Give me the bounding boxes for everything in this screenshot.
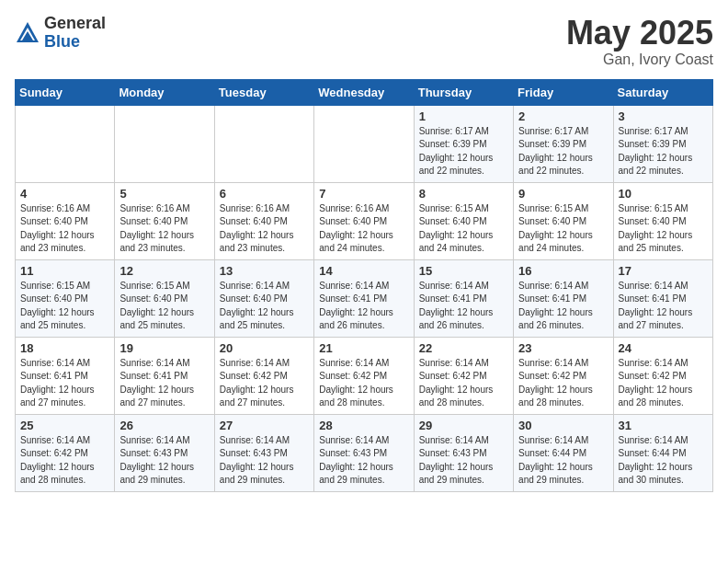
- day-number: 19: [119, 341, 209, 355]
- day-number: 1: [419, 109, 508, 123]
- day-number: 12: [119, 264, 209, 278]
- day-number: 23: [518, 341, 608, 355]
- day-info: Sunrise: 6:14 AM Sunset: 6:41 PM Dayligh…: [419, 280, 508, 333]
- day-info: Sunrise: 6:14 AM Sunset: 6:43 PM Dayligh…: [119, 434, 209, 488]
- day-info: Sunrise: 6:14 AM Sunset: 6:43 PM Dayligh…: [319, 434, 408, 488]
- calendar-cell: 11Sunrise: 6:15 AM Sunset: 6:40 PM Dayli…: [16, 259, 115, 337]
- logo: General Blue: [15, 15, 106, 52]
- day-info: Sunrise: 6:14 AM Sunset: 6:43 PM Dayligh…: [220, 434, 309, 488]
- day-number: 31: [619, 419, 708, 432]
- calendar-cell: 27Sunrise: 6:14 AM Sunset: 6:43 PM Dayli…: [214, 414, 313, 491]
- day-number: 28: [319, 419, 408, 432]
- calendar-cell: [16, 105, 115, 182]
- calendar-week-row: 11Sunrise: 6:15 AM Sunset: 6:40 PM Dayli…: [16, 259, 713, 337]
- day-number: 29: [419, 419, 508, 432]
- day-number: 21: [319, 341, 408, 355]
- day-number: 3: [619, 109, 708, 123]
- day-info: Sunrise: 6:17 AM Sunset: 6:39 PM Dayligh…: [619, 125, 708, 178]
- day-info: Sunrise: 6:14 AM Sunset: 6:42 PM Dayligh…: [518, 357, 608, 410]
- day-info: Sunrise: 6:17 AM Sunset: 6:39 PM Dayligh…: [518, 125, 608, 178]
- calendar-table: Sunday Monday Tuesday Wednesday Thursday…: [15, 79, 713, 492]
- day-info: Sunrise: 6:15 AM Sunset: 6:40 PM Dayligh…: [619, 202, 708, 256]
- day-number: 18: [20, 341, 109, 355]
- calendar-week-row: 18Sunrise: 6:14 AM Sunset: 6:41 PM Dayli…: [16, 337, 713, 414]
- day-info: Sunrise: 6:14 AM Sunset: 6:44 PM Dayligh…: [518, 434, 608, 488]
- calendar-cell: 26Sunrise: 6:14 AM Sunset: 6:43 PM Dayli…: [115, 414, 214, 491]
- page: General Blue May 2025 Gan, Ivory Coast S…: [0, 0, 728, 507]
- day-info: Sunrise: 6:14 AM Sunset: 6:41 PM Dayligh…: [319, 280, 408, 333]
- day-info: Sunrise: 6:14 AM Sunset: 6:42 PM Dayligh…: [619, 357, 708, 410]
- day-info: Sunrise: 6:14 AM Sunset: 6:42 PM Dayligh…: [319, 357, 408, 410]
- logo-icon: [15, 20, 40, 46]
- day-number: 14: [319, 264, 408, 278]
- calendar-cell: 15Sunrise: 6:14 AM Sunset: 6:41 PM Dayli…: [414, 259, 513, 337]
- day-number: 6: [220, 187, 309, 201]
- day-info: Sunrise: 6:15 AM Sunset: 6:40 PM Dayligh…: [518, 202, 608, 256]
- calendar-cell: 14Sunrise: 6:14 AM Sunset: 6:41 PM Dayli…: [314, 259, 414, 337]
- calendar-cell: 16Sunrise: 6:14 AM Sunset: 6:41 PM Dayli…: [514, 259, 613, 337]
- location: Gan, Ivory Coast: [566, 52, 713, 68]
- calendar-cell: 4Sunrise: 6:16 AM Sunset: 6:40 PM Daylig…: [16, 182, 115, 259]
- calendar-cell: 13Sunrise: 6:14 AM Sunset: 6:40 PM Dayli…: [214, 259, 313, 337]
- logo-general-text: General: [44, 15, 106, 33]
- day-info: Sunrise: 6:16 AM Sunset: 6:40 PM Dayligh…: [20, 202, 109, 256]
- day-number: 9: [518, 187, 608, 201]
- day-info: Sunrise: 6:14 AM Sunset: 6:42 PM Dayligh…: [220, 357, 309, 410]
- calendar-cell: 17Sunrise: 6:14 AM Sunset: 6:41 PM Dayli…: [613, 259, 712, 337]
- day-number: 27: [220, 419, 309, 432]
- day-number: 30: [518, 419, 608, 432]
- day-info: Sunrise: 6:16 AM Sunset: 6:40 PM Dayligh…: [220, 202, 309, 256]
- calendar-cell: 9Sunrise: 6:15 AM Sunset: 6:40 PM Daylig…: [514, 182, 613, 259]
- calendar-header-row: Sunday Monday Tuesday Wednesday Thursday…: [16, 79, 713, 105]
- day-number: 26: [119, 419, 209, 432]
- day-info: Sunrise: 6:14 AM Sunset: 6:41 PM Dayligh…: [20, 357, 109, 410]
- day-number: 25: [20, 419, 109, 432]
- calendar-cell: 21Sunrise: 6:14 AM Sunset: 6:42 PM Dayli…: [314, 337, 414, 414]
- day-number: 17: [619, 264, 708, 278]
- col-wednesday: Wednesday: [314, 79, 414, 105]
- calendar-cell: [115, 105, 214, 182]
- logo-blue-text: Blue: [44, 33, 106, 52]
- title-block: May 2025 Gan, Ivory Coast: [566, 15, 713, 68]
- calendar-cell: 5Sunrise: 6:16 AM Sunset: 6:40 PM Daylig…: [115, 182, 214, 259]
- calendar-cell: 10Sunrise: 6:15 AM Sunset: 6:40 PM Dayli…: [613, 182, 712, 259]
- calendar-cell: 25Sunrise: 6:14 AM Sunset: 6:42 PM Dayli…: [16, 414, 115, 491]
- calendar-cell: 29Sunrise: 6:14 AM Sunset: 6:43 PM Dayli…: [414, 414, 513, 491]
- day-info: Sunrise: 6:14 AM Sunset: 6:42 PM Dayligh…: [419, 357, 508, 410]
- calendar-cell: 24Sunrise: 6:14 AM Sunset: 6:42 PM Dayli…: [613, 337, 712, 414]
- day-number: 16: [518, 264, 608, 278]
- day-number: 13: [220, 264, 309, 278]
- calendar-cell: [314, 105, 414, 182]
- day-number: 11: [20, 264, 109, 278]
- calendar-cell: 28Sunrise: 6:14 AM Sunset: 6:43 PM Dayli…: [314, 414, 414, 491]
- day-number: 4: [20, 187, 109, 201]
- calendar-cell: 30Sunrise: 6:14 AM Sunset: 6:44 PM Dayli…: [514, 414, 613, 491]
- calendar-cell: [214, 105, 313, 182]
- col-sunday: Sunday: [16, 79, 115, 105]
- calendar-cell: 1Sunrise: 6:17 AM Sunset: 6:39 PM Daylig…: [414, 105, 513, 182]
- calendar-cell: 22Sunrise: 6:14 AM Sunset: 6:42 PM Dayli…: [414, 337, 513, 414]
- day-info: Sunrise: 6:14 AM Sunset: 6:42 PM Dayligh…: [20, 434, 109, 488]
- calendar-week-row: 25Sunrise: 6:14 AM Sunset: 6:42 PM Dayli…: [16, 414, 713, 491]
- day-info: Sunrise: 6:16 AM Sunset: 6:40 PM Dayligh…: [119, 202, 209, 256]
- day-number: 24: [619, 341, 708, 355]
- day-number: 7: [319, 187, 408, 201]
- calendar-week-row: 4Sunrise: 6:16 AM Sunset: 6:40 PM Daylig…: [16, 182, 713, 259]
- calendar-cell: 18Sunrise: 6:14 AM Sunset: 6:41 PM Dayli…: [16, 337, 115, 414]
- day-info: Sunrise: 6:14 AM Sunset: 6:43 PM Dayligh…: [419, 434, 508, 488]
- calendar-cell: 31Sunrise: 6:14 AM Sunset: 6:44 PM Dayli…: [613, 414, 712, 491]
- col-monday: Monday: [115, 79, 214, 105]
- day-info: Sunrise: 6:14 AM Sunset: 6:41 PM Dayligh…: [518, 280, 608, 333]
- header: General Blue May 2025 Gan, Ivory Coast: [15, 15, 713, 68]
- day-info: Sunrise: 6:15 AM Sunset: 6:40 PM Dayligh…: [20, 280, 109, 333]
- day-number: 2: [518, 109, 608, 123]
- calendar-week-row: 1Sunrise: 6:17 AM Sunset: 6:39 PM Daylig…: [16, 105, 713, 182]
- calendar-cell: 7Sunrise: 6:16 AM Sunset: 6:40 PM Daylig…: [314, 182, 414, 259]
- col-saturday: Saturday: [613, 79, 712, 105]
- calendar-cell: 23Sunrise: 6:14 AM Sunset: 6:42 PM Dayli…: [514, 337, 613, 414]
- day-info: Sunrise: 6:14 AM Sunset: 6:44 PM Dayligh…: [619, 434, 708, 488]
- day-info: Sunrise: 6:16 AM Sunset: 6:40 PM Dayligh…: [319, 202, 408, 256]
- col-tuesday: Tuesday: [214, 79, 313, 105]
- col-thursday: Thursday: [414, 79, 513, 105]
- day-number: 15: [419, 264, 508, 278]
